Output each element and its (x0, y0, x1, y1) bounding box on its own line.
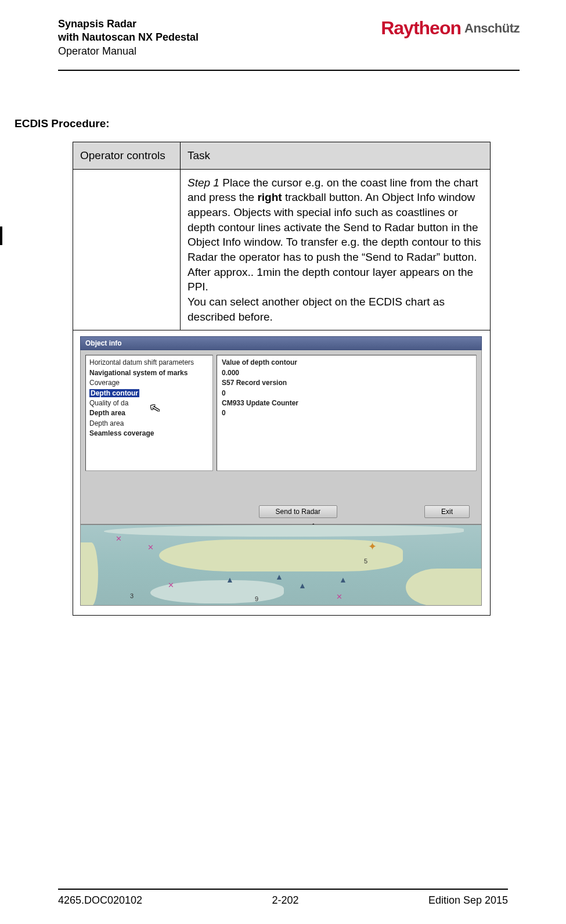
value-line: S57 Record version (222, 378, 471, 388)
chart-mark-icon: ✕ (336, 592, 343, 602)
value-line: 0 (222, 389, 471, 398)
list-item[interactable]: Navigational system of marks (89, 368, 209, 378)
object-info-window: Object info Horizontal datum shift param… (80, 336, 482, 609)
value-line: 0.000 (222, 368, 471, 378)
chart-buoy-icon: ▲ (275, 571, 283, 583)
chart-light-icon: ✦ (368, 540, 377, 553)
screenshot-cell: Object info Horizontal datum shift param… (73, 330, 491, 616)
chart-landmass (81, 542, 98, 606)
chart-buoy-icon: ▲ (226, 574, 234, 585)
object-info-body: Horizontal datum shift parameters Naviga… (80, 350, 482, 524)
value-line: CM933 Update Counter (222, 398, 471, 408)
chart-mark-icon: ✕ (147, 542, 154, 553)
footer-doc-id: 4265.DOC020102 (58, 894, 142, 907)
header-line-2: with Nautoscan NX Pedestal (58, 31, 199, 44)
chart-landmass (406, 569, 481, 606)
chart-buoy-icon: ▲ (298, 580, 307, 591)
page-footer: 4265.DOC020102 2-202 Edition Sep 2015 (58, 889, 508, 907)
col-header-operator: Operator controls (73, 142, 181, 170)
step-label: Step 1 (188, 177, 219, 189)
list-item[interactable]: Horizontal datum shift parameters (89, 358, 209, 368)
object-list[interactable]: Horizontal datum shift parameters Naviga… (85, 355, 213, 471)
step-text-bold: right (257, 191, 282, 203)
list-item[interactable]: Seamless coverage (89, 429, 209, 438)
logo: Raytheon Anschütz (381, 17, 520, 39)
header-title-block: Synapsis Radar with Nautoscan NX Pedesta… (58, 17, 199, 58)
ecdis-chart[interactable]: ✕ ✕ ✕ ▲ ▲ ▲ ▲ ✕ ✦ 3 9 5 (80, 524, 482, 606)
list-item[interactable]: Coverage (89, 378, 209, 388)
chart-buoy-icon: ▲ (339, 574, 347, 585)
logo-raytheon: Raytheon (381, 17, 461, 39)
list-item-selected[interactable]: Depth contour (89, 389, 139, 397)
step-text-c: You can select another object on the ECD… (188, 296, 445, 323)
cell-task-step1: Step 1 Place the cursor e.g. on the coas… (181, 169, 491, 330)
page-header: Synapsis Radar with Nautoscan NX Pedesta… (58, 17, 520, 71)
send-to-radar-button[interactable]: Send to Radar (259, 505, 337, 518)
logo-anschutz: Anschütz (464, 21, 520, 36)
object-info-titlebar: Object info (80, 336, 482, 350)
step-text-b: trackball button. An Object Info window … (188, 191, 481, 293)
value-line: 0 (222, 408, 471, 418)
procedure-table: Operator controls Task Step 1 Place the … (73, 142, 491, 616)
chart-depth-label: 9 (255, 595, 258, 603)
chart-mark-icon: ✕ (116, 534, 122, 544)
chart-mark-icon: ✕ (168, 580, 174, 591)
object-values: Value of depth contour 0.000 S57 Record … (217, 355, 477, 471)
footer-edition: Edition Sep 2015 (428, 894, 508, 907)
chart-depth-label: 5 (364, 557, 367, 566)
footer-page-number: 2-202 (272, 894, 298, 907)
header-line-1: Synapsis Radar (58, 17, 199, 31)
exit-button[interactable]: Exit (424, 505, 470, 518)
col-header-task: Task (181, 142, 491, 170)
chart-landmass (159, 540, 403, 571)
list-item[interactable]: Depth area (89, 419, 209, 429)
list-item[interactable]: Depth area (89, 408, 209, 418)
cell-operator-controls (73, 169, 181, 330)
chart-shallow (104, 525, 464, 537)
chart-depth-label: 3 (130, 592, 134, 601)
revision-bar (0, 226, 2, 245)
section-title: ECDIS Procedure: (15, 117, 520, 130)
header-line-3: Operator Manual (58, 45, 199, 58)
value-line: Value of depth contour (222, 358, 471, 368)
list-item[interactable]: Quality of da (89, 398, 209, 408)
